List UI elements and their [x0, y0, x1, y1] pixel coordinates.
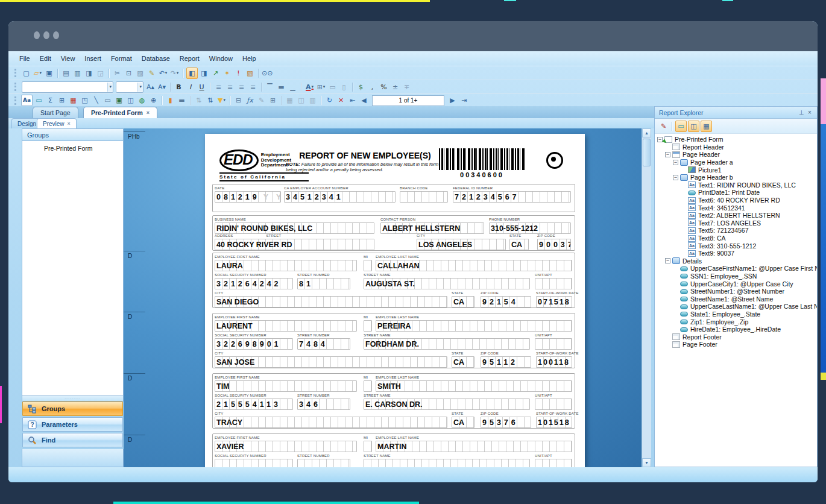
tree-item[interactable]: −SSN1: Employee_.SSN	[655, 272, 817, 280]
tree-item[interactable]: −HireDate1: Employee_.HireDate	[655, 326, 817, 333]
currency-icon[interactable]: $	[356, 82, 366, 92]
undo-icon[interactable]: ↶▾	[158, 68, 168, 78]
tree-collapse-icon[interactable]: −	[665, 258, 670, 263]
insert-cross-tab-icon[interactable]: ⊞	[57, 95, 67, 106]
font-color-icon[interactable]: A▾	[304, 82, 315, 92]
insert-ole-grid-icon[interactable]: ▦	[68, 95, 78, 106]
menu-view[interactable]: View	[61, 55, 75, 62]
page-setup-icon[interactable]: ◲	[95, 68, 106, 78]
format-painter-icon[interactable]: ✎	[147, 68, 157, 78]
cut-icon[interactable]: ✂	[112, 68, 122, 78]
lock-format-icon[interactable]: ▯	[339, 82, 349, 92]
tree-item[interactable]: −Text8: CA	[655, 235, 817, 242]
tree-item[interactable]: −Text9: 90037	[655, 250, 817, 257]
group-tree-view-icon[interactable]: ▦	[285, 95, 295, 106]
panel-splitter[interactable]: ·········	[22, 396, 124, 402]
menu-format[interactable]: Format	[111, 55, 132, 62]
grid-toggle-icon[interactable]: ⊞	[268, 95, 278, 106]
scroll-down-icon[interactable]: ▾	[642, 458, 651, 467]
menu-database[interactable]: Database	[142, 55, 170, 62]
groups-button[interactable]: Groups	[22, 402, 123, 416]
nav-next-page-icon[interactable]: ▶	[447, 95, 458, 106]
nav-first-page-icon[interactable]: ⇤	[347, 95, 358, 106]
page-number-indicator[interactable]: 1 of 1+	[372, 95, 444, 106]
align-justify-icon[interactable]: ≡	[248, 82, 258, 92]
save-report-icon[interactable]: ▣	[44, 68, 54, 78]
insert-summary-icon[interactable]: Σ	[45, 95, 55, 106]
highlighting-expert-icon[interactable]: ✎	[256, 95, 266, 106]
formula-workshop-icon[interactable]: ƒx	[245, 95, 255, 106]
tree-item[interactable]: −PrintDate1: Print Date	[655, 189, 817, 197]
report-style-icon[interactable]: ✎	[658, 121, 669, 131]
record-sort-expert-icon[interactable]: ⇅	[205, 95, 215, 106]
insert-box-icon[interactable]: ▭	[102, 95, 113, 106]
tree-item[interactable]: −Text6: 40 ROCKY RIVER RD	[655, 197, 817, 204]
percent-icon[interactable]: %	[379, 82, 389, 92]
tree-item[interactable]: −Report Footer	[655, 333, 817, 341]
tab-start-page[interactable]: Start Page	[33, 107, 78, 118]
stop-icon[interactable]: ✕	[336, 95, 346, 106]
group-expert-icon[interactable]: ⊟	[233, 95, 244, 106]
dependency-checker-icon[interactable]: ◫	[296, 95, 306, 106]
align-center-icon[interactable]: ≡	[225, 82, 235, 92]
close-icon[interactable]: ×	[68, 121, 71, 127]
tree-item[interactable]: −UpperCaseLastName1: @Upper Case Last Na…	[655, 303, 817, 310]
tree-item[interactable]: −Page Header a	[655, 159, 817, 166]
align-bottom-icon[interactable]: ▁	[288, 82, 298, 92]
menu-edit[interactable]: Edit	[40, 55, 51, 62]
group-sort-expert-icon[interactable]: ▬	[177, 95, 187, 106]
tree-item[interactable]: −Text4: 34512341	[655, 204, 817, 212]
tree-item[interactable]: −Text1: RIDIN' ROUND BIKES, LLC	[655, 181, 817, 189]
tree-item[interactable]: −StreetNumber1: @Street Number	[655, 288, 817, 295]
menu-report[interactable]: Report	[180, 55, 200, 62]
print-setup-icon[interactable]: ▥	[72, 68, 83, 78]
menu-help[interactable]: Help	[242, 55, 256, 62]
scrollbar-thumb[interactable]	[643, 139, 651, 166]
find-icon[interactable]: ⊙⊙	[262, 68, 273, 78]
tree-collapse-icon[interactable]: −	[673, 160, 678, 165]
paste-icon[interactable]: ▨	[135, 68, 145, 78]
open-report-icon[interactable]: ▱▾	[33, 68, 43, 78]
preview-scrollbar[interactable]: ▴ ▾	[642, 128, 651, 467]
toggle-preview-panel-icon[interactable]: ◨	[199, 68, 209, 78]
toggle-group-tree-icon[interactable]: ◧	[186, 68, 198, 79]
remove-decimal-icon[interactable]: ∓	[402, 82, 412, 92]
html-preview-icon[interactable]: ✶	[222, 68, 232, 78]
insert-ole-object-icon[interactable]: ⊕	[148, 95, 159, 106]
tree-item[interactable]: −Text7: LOS ANGELES	[655, 219, 817, 227]
fields-view-toggle-icon[interactable]: ▭	[675, 121, 687, 132]
new-document-icon[interactable]: ▢	[21, 68, 31, 78]
grow-font-icon[interactable]: A▴	[145, 82, 156, 92]
tree-item[interactable]: −Text5: 721234567	[655, 227, 817, 235]
groups-list-item[interactable]: Pre-Printed Form	[22, 141, 123, 152]
insert-subreport-icon[interactable]: ◳	[80, 95, 90, 106]
borders-icon[interactable]: ⊞▾	[316, 82, 326, 92]
report-links-icon[interactable]: ▥	[307, 95, 318, 106]
tree-item[interactable]: −State1: Employee_.State	[655, 310, 817, 318]
close-icon[interactable]: ×	[806, 109, 814, 116]
bold-icon[interactable]: B	[174, 82, 184, 92]
nav-last-page-icon[interactable]: ⇥	[459, 95, 469, 106]
tree-item[interactable]: −StreetName1: @Street Name	[655, 295, 817, 303]
tree-item[interactable]: −Page Header b	[655, 174, 817, 181]
tree-item[interactable]: −Zip1: Employee_.Zip	[655, 318, 817, 326]
window-control-dot[interactable]	[34, 31, 40, 39]
tree-item[interactable]: −Page Header	[655, 151, 817, 159]
refresh-icon[interactable]: ↻	[324, 95, 335, 106]
close-icon[interactable]: ×	[147, 110, 150, 116]
thousands-separator-icon[interactable]: ,	[367, 82, 377, 92]
add-decimal-icon[interactable]: ±	[390, 82, 400, 92]
menu-file[interactable]: File	[19, 55, 30, 62]
tree-item[interactable]: −Picture1	[655, 166, 817, 174]
align-left-icon[interactable]: ≡	[213, 82, 224, 92]
tree-item[interactable]: −UpperCaseCity1: @Upper Case City	[655, 280, 817, 288]
window-control-dot[interactable]	[43, 31, 49, 39]
find-button[interactable]: Find	[22, 433, 123, 447]
insert-chart-icon[interactable]: ◫	[125, 95, 136, 106]
insert-line-icon[interactable]: ╲	[91, 95, 101, 106]
charts-view-toggle-icon[interactable]: ◫	[688, 121, 699, 132]
tree-collapse-icon[interactable]: −	[673, 175, 678, 180]
print-preview-icon[interactable]: ◨	[84, 68, 94, 78]
tree-item[interactable]: −Text2: ALBERT HELLSTERN	[655, 212, 817, 219]
tab-preview[interactable]: Preview ×	[37, 118, 77, 128]
